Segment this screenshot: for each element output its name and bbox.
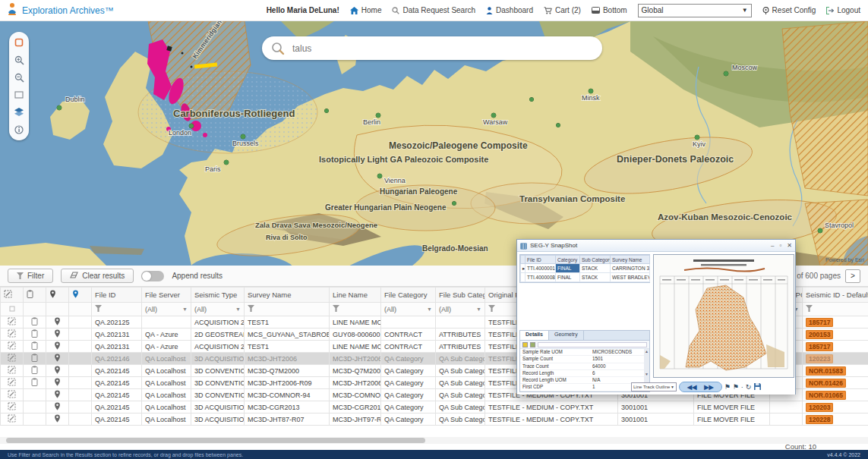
nav-data-request-search[interactable]: Data Request Search <box>392 6 475 14</box>
row-select-icon[interactable] <box>1 316 24 329</box>
row-clipboard-icon[interactable] <box>24 329 46 341</box>
region-select[interactable]: Global ▼ <box>638 4 752 17</box>
draw-rectangle-tool[interactable] <box>13 89 25 101</box>
seismic-id-badge[interactable]: 200153 <box>806 330 833 339</box>
row-clipboard-icon[interactable] <box>24 377 46 389</box>
category-icon[interactable] <box>522 342 528 347</box>
row-pin-icon[interactable] <box>46 353 69 365</box>
row-pin-icon[interactable] <box>46 341 69 353</box>
property-row[interactable]: Trace Count64000 <box>520 363 649 370</box>
filter-cell-line-name[interactable] <box>330 303 381 316</box>
filter-cell-seismic-id[interactable] <box>803 303 868 316</box>
close-icon[interactable]: ✕ <box>787 242 792 249</box>
column-header[interactable]: File Server <box>142 288 191 303</box>
column-header[interactable]: Seismic Type <box>191 288 245 303</box>
row-select-icon[interactable] <box>1 341 24 353</box>
layers-tool[interactable] <box>13 106 25 118</box>
filter-cell-seismic-type[interactable]: (All)▼ <box>191 303 245 316</box>
segy-snapshot-window[interactable]: SEG-Y SnapShot – ▫ ✕ File ID Category Su… <box>516 239 796 395</box>
fast-forward-button[interactable]: ▶▶ <box>704 384 713 391</box>
popup-titlebar[interactable]: SEG-Y SnapShot – ▫ ✕ <box>517 240 795 252</box>
row-clipboard-icon[interactable] <box>24 401 46 413</box>
next-page-button[interactable]: > <box>845 269 860 283</box>
table-hscroll-thumb[interactable] <box>6 438 425 443</box>
row-pin-icon[interactable] <box>46 389 69 401</box>
popup-col-header[interactable]: Sub Category <box>580 256 611 264</box>
property-row[interactable]: Record Length UOMN/A <box>520 377 649 384</box>
rewind-button[interactable]: ◀◀ <box>687 384 696 391</box>
nav-cart[interactable]: Cart (2) <box>544 6 581 14</box>
seismic-id-badge[interactable]: 185717 <box>806 318 833 327</box>
seismic-id-badge[interactable]: 120228 <box>806 415 833 424</box>
row-select-icon[interactable] <box>1 389 24 401</box>
reset-config-button[interactable]: Reset Config <box>762 6 816 14</box>
zoom-in-tool[interactable] <box>13 54 25 66</box>
filter-cell-file-id[interactable] <box>92 303 142 316</box>
property-search-input[interactable] <box>538 342 647 347</box>
column-header[interactable]: File Category <box>381 288 436 303</box>
row-clipboard-icon[interactable] <box>24 341 46 353</box>
map-search-input[interactable] <box>292 43 543 54</box>
table-row[interactable]: QA.202145QA Localhost3D ACQUISITIONMC3D-… <box>1 401 868 413</box>
nav-bottom[interactable]: Bottom <box>592 6 627 14</box>
row-select-icon[interactable] <box>1 401 24 413</box>
property-row[interactable]: Sample Count1501 <box>520 356 649 363</box>
filter-cell-survey-name[interactable] <box>245 303 330 316</box>
column-header[interactable]: Survey Name <box>245 288 330 303</box>
seismic-id-badge[interactable]: 120203 <box>806 403 833 412</box>
filter-cell-file-server[interactable]: (All)▼ <box>142 303 191 316</box>
logout-button[interactable]: Logout <box>826 6 860 14</box>
row-clipboard-icon[interactable] <box>24 316 46 329</box>
seismic-id-badge[interactable]: NOR.01583 <box>806 366 846 376</box>
row-pin-icon[interactable] <box>46 401 69 413</box>
default-extent-tool[interactable] <box>13 36 25 49</box>
property-row[interactable]: Sample Rate UOMMICROSECONDS <box>520 349 649 356</box>
row-clipboard-icon[interactable] <box>24 353 46 365</box>
save-button[interactable] <box>753 380 762 394</box>
property-row[interactable]: First CDP1 <box>520 384 649 391</box>
column-header[interactable]: Seismic ID - Default <box>803 288 868 303</box>
location-column-header[interactable] <box>69 288 92 303</box>
row-select-icon[interactable] <box>1 413 24 426</box>
filter-cell-file-sub-category[interactable]: (All)▼ <box>436 303 485 316</box>
row-pin-icon[interactable] <box>46 377 69 389</box>
seismic-id-badge[interactable]: 120223 <box>806 354 833 363</box>
column-header[interactable]: File ID <box>92 288 142 303</box>
column-header[interactable]: Line Name <box>330 288 381 303</box>
row-clipboard-icon[interactable] <box>24 389 46 401</box>
map-canvas[interactable]: Kimmeridgian Shale Carboniferous-Rotlieg… <box>0 21 868 266</box>
info-tool[interactable] <box>13 124 25 136</box>
seismic-id-badge[interactable]: NOR.01426 <box>806 379 846 388</box>
select-column-header[interactable] <box>1 288 24 303</box>
clear-results-button[interactable]: Clear results <box>61 269 134 283</box>
tab-details[interactable]: Details <box>520 331 549 340</box>
append-results-toggle[interactable] <box>141 271 164 281</box>
maximize-button[interactable]: ▫ <box>779 242 781 249</box>
map-search-bar[interactable] <box>262 36 602 60</box>
filter-button[interactable]: Filter <box>8 269 53 283</box>
row-pin-icon[interactable] <box>46 316 69 329</box>
filter-cell-file-category[interactable]: (All)▼ <box>381 303 436 316</box>
row-clipboard-icon[interactable] <box>24 413 46 426</box>
flag-end-button[interactable]: ⚑ <box>733 384 739 391</box>
popup-grid-row[interactable]: ▸ TTI.4000001 FINAL STACK CARRINGTON 3D <box>521 264 650 273</box>
sort-icon[interactable] <box>530 342 535 347</box>
column-header[interactable]: File Sub Category <box>436 288 485 303</box>
row-pin-icon[interactable] <box>46 329 69 341</box>
row-clipboard-icon[interactable] <box>24 365 46 377</box>
row-pin-icon[interactable] <box>46 365 69 377</box>
track-select[interactable]: Line Track Outline▼ <box>631 382 677 391</box>
popup-grid-row[interactable]: TTI.4000008 FINAL STACK WEST BRADLEY 3D <box>521 273 650 282</box>
popup-col-header[interactable]: Survey Name <box>611 256 650 264</box>
clipboard-column-header[interactable] <box>24 288 46 303</box>
nav-home[interactable]: Home <box>350 6 382 14</box>
row-select-icon[interactable] <box>1 377 24 389</box>
row-select-icon[interactable] <box>1 365 24 377</box>
table-row[interactable]: QA.202145QA Localhost3D ACQUISITIONMC3D-… <box>1 413 868 426</box>
row-pin-icon[interactable] <box>46 413 69 426</box>
row-select-icon[interactable] <box>1 329 24 341</box>
popup-col-header[interactable]: Category <box>556 256 580 264</box>
refresh-button[interactable]: ↻ <box>746 384 752 391</box>
flag-start-button[interactable]: ⚑ <box>724 384 731 391</box>
nav-dashboard[interactable]: Dashboard <box>486 6 533 14</box>
